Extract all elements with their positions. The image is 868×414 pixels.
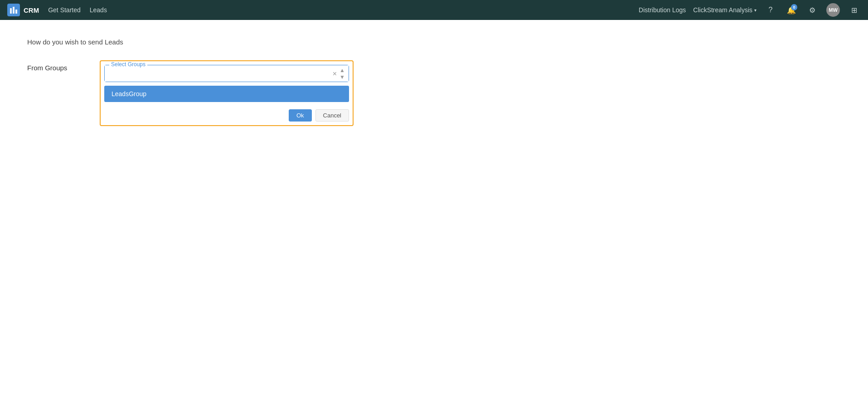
select-groups-container: Select Groups × ▲ ▼ LeadsGroup Ok Cancel [100,60,354,126]
leads-group-option[interactable]: LeadsGroup [104,86,349,102]
apps-icon: ⊞ [851,6,857,15]
clickstream-link[interactable]: ClickStream Analysis ▾ [693,6,756,14]
avatar[interactable]: MW [826,3,840,17]
navbar-right: Distribution Logs ClickStream Analysis ▾… [639,3,861,17]
form-label: From Groups [27,60,82,72]
chevron-down: ▼ [339,74,345,80]
apps-button[interactable]: ⊞ [847,3,861,17]
clickstream-chevron-icon: ▾ [754,8,756,13]
question-icon: ? [769,6,773,14]
svg-rect-2 [15,10,17,14]
notification-badge: 0 [791,4,797,10]
help-button[interactable]: ? [764,3,777,17]
dropdown-options: LeadsGroup [104,86,349,102]
brand[interactable]: CRM [7,4,39,16]
brand-icon [7,4,20,16]
form-row: From Groups Select Groups × ▲ ▼ LeadsGro… [27,60,841,126]
nav-leads[interactable]: Leads [90,5,107,15]
dropdown-footer: Ok Cancel [101,106,353,125]
clickstream-label: ClickStream Analysis [693,6,752,14]
svg-rect-0 [10,8,12,14]
select-groups-input[interactable] [105,65,349,82]
chevron-up: ▲ [339,67,345,73]
ok-button[interactable]: Ok [289,109,312,122]
select-controls: × ▲ ▼ [333,67,345,80]
distribution-logs-link[interactable]: Distribution Logs [639,6,686,14]
chevron-icon[interactable]: ▲ ▼ [339,67,345,80]
navbar: CRM Get Started Leads Distribution Logs … [0,0,868,20]
navbar-left: CRM Get Started Leads [7,4,107,16]
svg-rect-1 [13,7,15,14]
main-content: How do you wish to send Leads From Group… [0,20,868,414]
brand-label: CRM [24,6,39,14]
select-input-wrapper: Select Groups × ▲ ▼ [104,65,349,82]
cancel-button[interactable]: Cancel [315,109,349,122]
nav-get-started[interactable]: Get Started [48,5,81,15]
clear-button[interactable]: × [333,70,337,77]
gear-icon: ⚙ [809,6,815,15]
page-question: How do you wish to send Leads [27,38,841,46]
settings-button[interactable]: ⚙ [805,3,819,17]
notifications-button[interactable]: 🔔 0 [785,3,798,17]
